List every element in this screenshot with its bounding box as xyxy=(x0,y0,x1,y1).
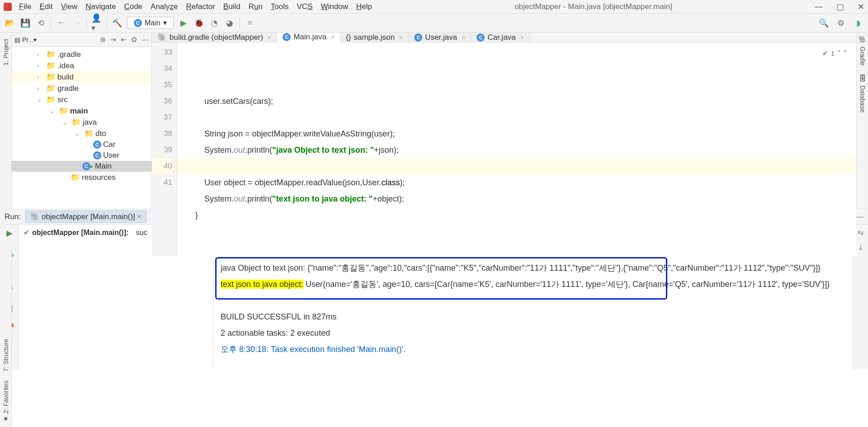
menu-help[interactable]: Help xyxy=(356,2,372,11)
class-icon: C xyxy=(283,33,291,41)
soft-wrap-icon[interactable]: ⇆ xyxy=(858,228,863,237)
tree-main-class[interactable]: C▸Main xyxy=(12,161,151,172)
close-icon[interactable]: × xyxy=(331,33,335,41)
gradle-icon: 🐘 xyxy=(157,33,167,42)
open-icon[interactable]: 📂 xyxy=(5,18,15,28)
expand-icon[interactable]: ⇥ xyxy=(110,35,116,44)
jetbrains-icon[interactable]: ◗ xyxy=(853,18,863,28)
close-icon[interactable]: × xyxy=(268,34,271,41)
minimize-button[interactable]: — xyxy=(815,2,823,12)
code-content[interactable]: ✔1 ˄ ˅ user.setCars(cars); String json =… xyxy=(177,42,856,256)
structure-tool-button[interactable]: 7: Structure xyxy=(2,339,9,371)
down-icon[interactable]: ˅ xyxy=(844,45,847,61)
project-dropdown[interactable]: ▤ Pr...▾ xyxy=(14,36,37,43)
run-config-label: Main xyxy=(145,19,160,27)
menu-vcs[interactable]: VCS xyxy=(297,2,313,11)
run-label: Run: xyxy=(5,212,21,221)
scroll-icon[interactable]: ⤓ xyxy=(858,243,863,252)
gradle-tool-button[interactable]: Gradle xyxy=(859,47,866,66)
run-body: ▶ 🔧 ■ 👁 ▦ 📌 ✔ objectMapper [Main.main()]… xyxy=(0,225,868,369)
up-icon[interactable]: ˄ xyxy=(837,45,841,61)
avatar-icon[interactable]: 👤▾ xyxy=(91,18,102,28)
stop-icon[interactable]: ■ xyxy=(245,18,255,28)
class-icon: C xyxy=(134,19,142,27)
tree-user[interactable]: CUser xyxy=(12,150,151,161)
console-output[interactable]: java Object to text json: {"name":"홍길동",… xyxy=(213,225,853,369)
menu-window[interactable]: Window xyxy=(321,2,348,11)
close-button[interactable]: ✕ xyxy=(858,2,864,12)
menu-tools[interactable]: Tools xyxy=(271,2,289,11)
database-tool-button[interactable]: Database xyxy=(859,85,866,113)
debug-icon[interactable]: 🐞 xyxy=(193,18,204,28)
menu-file[interactable]: File xyxy=(19,2,31,11)
tree-java[interactable]: ⌄📁java xyxy=(12,117,151,128)
menu-view[interactable]: View xyxy=(61,2,78,11)
code-editor[interactable]: 333435 363738 394041 ✔1 ˄ ˅ user.setCars… xyxy=(152,42,856,256)
console-line: 2 actionable tasks: 2 executed xyxy=(221,328,330,338)
sync-icon[interactable]: ⟲ xyxy=(35,18,46,28)
rerun-icon[interactable]: ▶ xyxy=(6,228,13,238)
inspection-badge[interactable]: ✔1 ˄ ˅ xyxy=(822,45,847,61)
highlighted-text: text json to java object: xyxy=(221,280,303,289)
target-icon[interactable]: ⊕ xyxy=(100,35,106,44)
menu-run[interactable]: Run xyxy=(249,2,263,11)
save-icon[interactable]: 💾 xyxy=(20,18,31,28)
menu-build[interactable]: Build xyxy=(223,2,241,11)
tab-user-java[interactable]: CUser.java× xyxy=(409,33,471,42)
profile-icon[interactable]: ◕ xyxy=(224,18,235,28)
right-tool-strip: 🐘 Gradle 🗄 Database xyxy=(856,33,868,209)
tree-build[interactable]: ›📁build xyxy=(12,71,151,83)
close-icon[interactable]: × xyxy=(137,212,142,221)
console-line: User{name='홍길동', age=10, cars=[Car{name=… xyxy=(303,280,830,289)
coverage-icon[interactable]: ◔ xyxy=(209,18,220,28)
close-icon[interactable]: × xyxy=(399,34,403,41)
window-title: objectMapper - Main.java [objectMapper.m… xyxy=(372,2,815,11)
run-config-selector[interactable]: C Main ▾ xyxy=(127,17,174,29)
menu-analyze[interactable]: Analyze xyxy=(151,2,178,11)
tree-main[interactable]: ⌄📁main xyxy=(12,105,151,117)
menu-navigate[interactable]: Navigate xyxy=(85,2,116,11)
back-icon[interactable]: ← xyxy=(56,18,66,28)
settings-icon[interactable]: ⚙ xyxy=(835,18,846,28)
tab-car-java[interactable]: CCar.java× xyxy=(471,33,530,42)
editor-tabs: 🐘build.gradle (objectMapper)× CMain.java… xyxy=(152,33,856,42)
gradle-icon: 🐘 xyxy=(30,212,40,221)
gutter: 333435 363738 394041 xyxy=(152,42,177,256)
tree-src[interactable]: ⌄📁src xyxy=(12,94,151,105)
menu-code[interactable]: Code xyxy=(124,2,142,11)
tab-sample-json[interactable]: {}sample.json× xyxy=(340,33,409,42)
hammer-icon[interactable]: 🔨 xyxy=(112,18,123,28)
tree-gradle-dot[interactable]: ›📁.gradle xyxy=(12,49,151,60)
close-icon[interactable]: × xyxy=(520,34,524,41)
tree-idea[interactable]: ›📁.idea xyxy=(12,60,151,71)
hide-icon[interactable]: — xyxy=(142,36,149,44)
left-tool-strip: 1: Project xyxy=(0,33,12,209)
close-icon[interactable]: × xyxy=(462,34,465,41)
tree-resources[interactable]: 📁resources xyxy=(12,172,151,183)
class-icon: C xyxy=(476,33,485,42)
hide-icon[interactable]: — xyxy=(856,212,863,221)
menu-edit[interactable]: Edit xyxy=(39,2,52,11)
tab-main-java[interactable]: CMain.java× xyxy=(277,33,340,42)
tree-gradle[interactable]: ›📁gradle xyxy=(12,83,151,94)
console-line: java Object to text json: {"name":"홍길동",… xyxy=(221,263,821,272)
tab-build-gradle[interactable]: 🐘build.gradle (objectMapper)× xyxy=(152,33,277,42)
project-tree: ›📁.gradle ›📁.idea ›📁build ›📁gradle ⌄📁src… xyxy=(12,47,151,185)
collapse-icon[interactable]: ⇤ xyxy=(121,35,127,44)
run-tab[interactable]: 🐘objectMapper [Main.main()] × xyxy=(25,211,146,223)
project-panel-header: ▤ Pr...▾ ⊕ ⇥ ⇤ ✿ — xyxy=(12,33,151,47)
favorites-tool-button[interactable]: ★ 2: Favorites xyxy=(2,380,9,422)
maximize-button[interactable]: ▢ xyxy=(836,2,844,12)
tree-dto[interactable]: ⌄📁dto xyxy=(12,128,151,139)
tree-car[interactable]: CCar xyxy=(12,139,151,150)
menu-refactor[interactable]: Refactor xyxy=(186,2,215,11)
window-controls: — ▢ ✕ xyxy=(815,2,864,12)
titlebar: File Edit View Navigate Code Analyze Ref… xyxy=(0,0,868,14)
run-icon[interactable]: ▶ xyxy=(178,18,189,28)
search-icon[interactable]: 🔍 xyxy=(818,18,829,28)
run-panel: Run: 🐘objectMapper [Main.main()] × ✿ — ▶… xyxy=(0,209,868,369)
forward-icon[interactable]: → xyxy=(71,18,82,28)
app-icon xyxy=(4,3,12,11)
gear-icon[interactable]: ✿ xyxy=(131,35,137,44)
project-tool-button[interactable]: 1: Project xyxy=(2,39,9,66)
